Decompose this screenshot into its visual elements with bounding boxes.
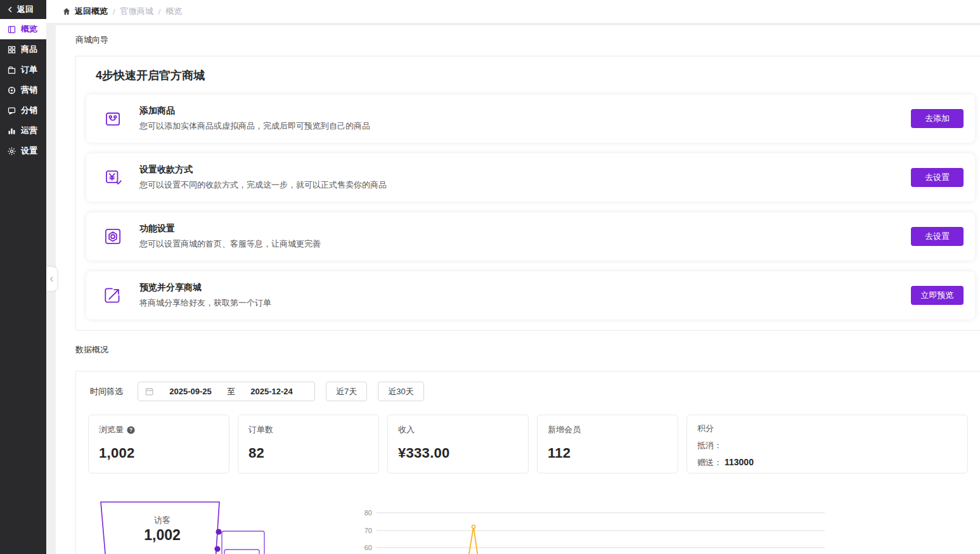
step-text: 添加商品 您可以添加实体商品或虚拟商品，完成后即可预览到自己的商品 (139, 105, 370, 132)
step-title: 预览并分享商城 (139, 282, 271, 293)
share-preview-icon (102, 285, 124, 306)
calendar-icon (145, 387, 154, 396)
funnel-stage-label: 访客 (124, 515, 200, 526)
end-date-value[interactable]: 2025-12-24 (235, 387, 308, 396)
step-desc: 您可以设置商城的首页、客服等息，让商城更完善 (139, 238, 321, 250)
breadcrumb-root[interactable]: 返回概览 (75, 6, 108, 17)
overview-icon (7, 25, 16, 34)
sidebar-item-label: 概览 (21, 23, 37, 35)
sidebar-item-label: 设置 (21, 145, 37, 157)
time-filter-row: 时间筛选 2025-09-25 至 2025-12-24 近7天 近30天 (90, 382, 424, 401)
marketing-icon (7, 86, 16, 95)
chevron-left-icon (48, 276, 55, 283)
breadcrumb: 返回概览 / 官微商城 / 概览 (46, 0, 980, 23)
sidebar-collapse-handle[interactable] (46, 267, 57, 291)
stat-value: 112 (548, 445, 667, 461)
operations-icon (7, 126, 16, 136)
breadcrumb-mall[interactable]: 官微商城 (120, 6, 153, 17)
products-icon (7, 45, 16, 55)
go-add-button[interactable]: 去添加 (911, 109, 964, 128)
guide-step-preview-share: 预览并分享商城 将商城分享给好友，获取第一个订单 立即预览 (86, 271, 975, 319)
step-title: 功能设置 (139, 223, 321, 235)
shopping-bag-icon (102, 108, 124, 129)
step-title: 添加商品 (139, 105, 370, 117)
go-setup-features-button[interactable]: 去设置 (911, 227, 964, 246)
time-filter-label: 时间筛选 (90, 386, 123, 397)
guide-section-label: 商城向导 (75, 34, 108, 46)
stat-label: 浏览量 (99, 424, 124, 435)
orders-icon (7, 65, 16, 75)
stat-card-new-members: 新增会员 112 (537, 415, 678, 473)
stat-label: 订单数 (248, 424, 273, 435)
stat-value: ¥333.00 (398, 445, 518, 461)
breadcrumb-separator: / (158, 7, 161, 16)
line-peak-marker (472, 525, 475, 528)
settings-icon (7, 146, 16, 156)
back-label: 返回 (17, 4, 34, 15)
stats-row: 浏览量 ? 1,002 订单数 82 收入 ¥333.00 新增会员 (88, 415, 968, 473)
data-overview-card: 时间筛选 2025-09-25 至 2025-12-24 近7天 近30天 浏览… (75, 371, 980, 554)
main-content: 商城向导 4步快速开启官方商城 添加商品 您可以添加实体商品或虚拟商品，完成后即… (56, 25, 980, 554)
step-desc: 您可以添加实体商品或虚拟商品，完成后即可预览到自己的商品 (139, 120, 370, 132)
breadcrumb-separator: / (113, 7, 115, 16)
back-button[interactable]: 返回 (0, 0, 46, 19)
step-desc: 将商城分享给好友，获取第一个订单 (139, 297, 271, 309)
stat-label: 新增会员 (548, 424, 581, 435)
chevron-left-icon (6, 6, 14, 13)
y-tick-80: 80 (364, 509, 372, 517)
start-date-value[interactable]: 2025-09-25 (154, 387, 227, 396)
stat-card-points: 积分 抵消： 赠送： 113000 (687, 415, 968, 473)
stat-card-orders: 订单数 82 (238, 415, 379, 473)
help-icon[interactable]: ? (127, 426, 135, 434)
sidebar: 返回 概览 商品 订单 营销 分销 (0, 0, 46, 554)
sidebar-item-products[interactable]: 商品 (0, 39, 46, 60)
sidebar-item-label: 订单 (21, 64, 37, 75)
guide-step-payment: 设置收款方式 您可以设置不同的收款方式，完成这一步，就可以正式售卖你的商品 去设… (86, 153, 975, 202)
sidebar-item-distribution[interactable]: 分销 (0, 100, 46, 120)
y-tick-60: 60 (364, 544, 372, 551)
guide-steps: 添加商品 您可以添加实体商品或虚拟商品，完成后即可预览到自己的商品 去添加 设置… (86, 94, 975, 319)
sidebar-item-marketing[interactable]: 营销 (0, 80, 46, 100)
sidebar-item-label: 营销 (21, 84, 37, 96)
points-gift-line: 赠送： 113000 (697, 457, 957, 468)
feature-settings-icon (102, 226, 124, 247)
date-range-picker[interactable]: 2025-09-25 至 2025-12-24 (138, 382, 315, 401)
last-7-days-button[interactable]: 近7天 (326, 382, 367, 401)
sidebar-item-label: 分销 (21, 105, 37, 116)
app-window: 返回 概览 商品 订单 营销 分销 (0, 0, 980, 554)
sidebar-item-overview[interactable]: 概览 (0, 19, 46, 39)
date-range-to-label: 至 (227, 386, 235, 397)
preview-now-button[interactable]: 立即预览 (911, 286, 964, 305)
stat-label: 积分 (697, 423, 714, 434)
stat-label: 收入 (398, 424, 415, 435)
points-gift-value: 113000 (725, 457, 754, 467)
sidebar-item-orders[interactable]: 订单 (0, 60, 46, 80)
home-icon (62, 7, 71, 16)
step-text: 预览并分享商城 将商城分享给好友，获取第一个订单 (139, 282, 271, 309)
points-gift-label: 赠送： (697, 457, 722, 468)
sidebar-item-operations[interactable]: 运营 (0, 120, 46, 141)
stat-card-revenue: 收入 ¥333.00 (387, 415, 529, 473)
svg-text:?: ? (129, 427, 132, 433)
y-tick-70: 70 (364, 527, 372, 534)
sidebar-nav: 概览 商品 订单 营销 分销 运营 (0, 19, 46, 161)
sidebar-item-settings[interactable]: 设置 (0, 141, 46, 161)
stat-card-pageviews: 浏览量 ? 1,002 (88, 415, 229, 473)
payment-yuan-icon (102, 167, 124, 188)
step-title: 设置收款方式 (139, 164, 387, 176)
stat-value: 1,002 (99, 445, 219, 461)
points-offset-line: 抵消： (697, 440, 957, 451)
line-chart-svg: 80 70 60 (356, 505, 839, 554)
go-setup-payment-button[interactable]: 去设置 (911, 168, 964, 187)
breadcrumb-current: 概览 (165, 6, 182, 17)
step-text: 设置收款方式 您可以设置不同的收款方式，完成这一步，就可以正式售卖你的商品 (139, 164, 387, 191)
trend-line-chart: 80 70 60 (356, 505, 839, 554)
guide-step-add-product: 添加商品 您可以添加实体商品或虚拟商品，完成后即可预览到自己的商品 去添加 (86, 94, 975, 143)
last-30-days-button[interactable]: 近30天 (378, 382, 423, 401)
sidebar-item-label: 商品 (21, 44, 37, 55)
stat-value: 82 (248, 445, 368, 461)
guide-title: 4步快速开启官方商城 (96, 68, 205, 83)
step-desc: 您可以设置不同的收款方式，完成这一步，就可以正式售卖你的商品 (139, 179, 387, 191)
mall-guide-card: 4步快速开启官方商城 添加商品 您可以添加实体商品或虚拟商品，完成后即可预览到自… (75, 56, 980, 331)
distribution-icon (7, 106, 16, 115)
